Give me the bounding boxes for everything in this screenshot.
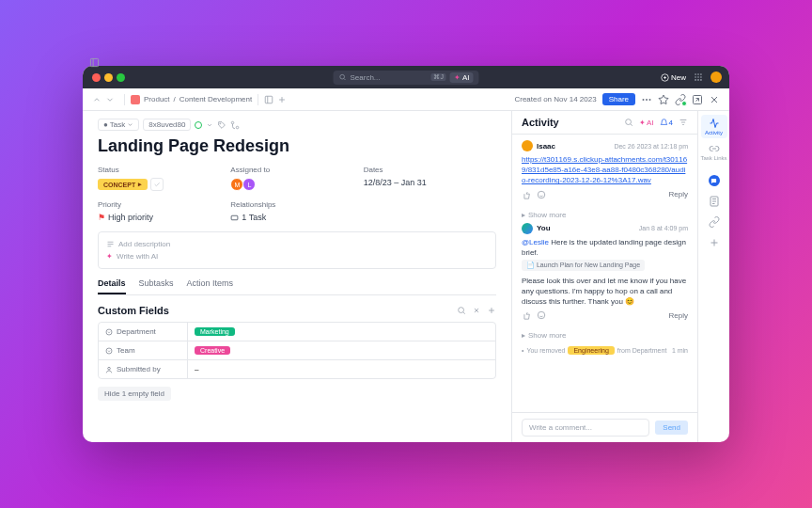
maximize-window[interactable] [117,73,125,82]
flag-icon: ⚑ [98,213,105,222]
svg-point-3 [697,73,699,75]
tab-subtasks[interactable]: Subtasks [139,278,174,294]
show-more[interactable]: ▸ Show more [522,327,688,343]
task-id-pill[interactable]: 8x8uved80 [143,119,191,131]
tag[interactable]: Marketing [195,327,235,336]
status-check-icon[interactable] [150,178,164,191]
post-author[interactable]: You [537,224,551,232]
rail-doc-icon[interactable] [709,196,720,207]
reply-button[interactable]: Reply [669,311,688,320]
rail-plus-icon[interactable] [709,237,720,248]
titlebar: Search... ⌘J ✦AI New [83,66,729,88]
text-icon [106,240,115,248]
post-time: Dec 26 2023 at 12:18 pm [614,143,688,150]
svg-point-24 [108,367,111,370]
chevron-up-icon[interactable] [92,95,102,104]
user-avatar[interactable] [710,71,722,83]
comment-input[interactable]: Write a comment... [522,419,649,437]
sparkle-icon: ✦ [106,252,113,261]
chevron-down-icon[interactable] [105,95,115,104]
task-title[interactable]: Landing Page Redesign [98,136,496,156]
add-description[interactable]: Add description [106,238,488,250]
minimize-window[interactable] [104,73,113,82]
star-icon[interactable] [658,94,669,105]
link-icon [709,143,720,154]
svg-point-22 [106,329,112,335]
svg-point-10 [700,79,702,81]
svg-point-18 [232,121,235,124]
thumbs-up-icon[interactable] [522,310,531,320]
plus-icon[interactable] [487,306,496,315]
tabs: Details Subtasks Action Items [98,278,496,295]
rail-task-links[interactable]: Task Links [701,140,727,164]
filter-icon[interactable] [679,118,688,127]
tag-icon[interactable] [217,120,226,130]
table-row[interactable]: Team Creative [99,341,495,360]
new-tab-icon[interactable] [264,95,273,104]
emoji-icon[interactable] [537,190,546,199]
post-time: Jan 8 at 4:09 pm [639,225,688,231]
mention[interactable]: @Leslie [522,238,549,246]
status-dot-icon[interactable] [195,121,202,129]
expand-icon[interactable] [472,306,481,315]
post-link[interactable]: https://t301169.s.clickup-attachments.co… [522,155,687,184]
search-icon[interactable] [624,118,633,127]
write-with-ai[interactable]: ✦Write with AI [106,250,488,262]
apps-icon[interactable] [694,72,703,82]
breadcrumb[interactable]: Product / Content Development [131,95,252,104]
relationships-value[interactable]: 1 Task [230,213,363,222]
rail-activity[interactable]: Activity [701,115,727,138]
post-author[interactable]: Isaac [537,142,555,151]
search-icon[interactable] [457,306,466,315]
table-row[interactable]: Submitted by – [99,360,495,378]
avatar [522,223,533,234]
svg-point-19 [237,126,240,129]
tab-action-items[interactable]: Action Items [187,278,234,294]
hide-empty-button[interactable]: Hide 1 empty field [98,387,171,401]
emoji-icon[interactable] [537,310,546,320]
relationships-label: Relationships [230,200,363,209]
svg-point-14 [649,99,651,101]
merge-icon[interactable] [230,120,240,130]
activity-title: Activity [522,117,559,128]
rail-app-icon[interactable] [709,175,720,186]
new-button[interactable]: New [661,73,686,82]
chevron-down-icon [127,121,133,128]
svg-point-8 [695,79,696,81]
svg-point-12 [643,99,645,101]
thumbs-up-icon[interactable] [522,190,531,199]
description-box[interactable]: Add description ✦Write with AI [98,231,496,269]
task-type-pill[interactable]: ● Task [98,119,139,131]
svg-point-2 [695,73,696,75]
ai-chip[interactable]: ✦AI [639,119,654,127]
priority-value[interactable]: ⚑ High priority [98,213,230,222]
status-badge[interactable]: CONCEPT ▸ [98,179,148,190]
svg-point-7 [700,76,702,78]
attach-icon[interactable] [675,94,686,105]
share-button[interactable]: Share [602,93,635,105]
close-icon[interactable] [709,94,720,105]
search-icon [339,73,347,81]
tab-details[interactable]: Details [98,278,126,294]
more-icon[interactable] [641,94,652,105]
show-more[interactable]: ▸ Show more [522,207,688,223]
expand-icon[interactable] [692,94,703,105]
assignees[interactable]: M L [230,178,363,191]
send-button[interactable]: Send [655,421,688,435]
search-placeholder: Search... [351,73,381,82]
close-window[interactable] [92,73,101,82]
table-row[interactable]: Department Marketing [99,323,495,341]
main-content: ● Task 8x8uved80 Landing Page Redesign S… [83,111,511,442]
search-ai-button[interactable]: ✦AI [450,72,474,83]
rail-link-icon[interactable] [709,216,720,228]
chevron-down-icon[interactable] [206,121,213,129]
reply-button[interactable]: Reply [669,190,688,198]
plus-icon[interactable] [277,95,287,104]
svg-point-25 [626,119,632,125]
attachment-chip[interactable]: 📄 Launch Plan for New Landing Page [522,260,645,271]
dates-value[interactable]: 12/8/23 – Jan 31 [364,178,496,187]
global-search[interactable]: Search... ⌘J ✦AI [334,71,479,85]
dropdown-icon [105,328,113,336]
notification-badge[interactable]: 4 [660,119,673,127]
tag[interactable]: Creative [195,346,230,355]
